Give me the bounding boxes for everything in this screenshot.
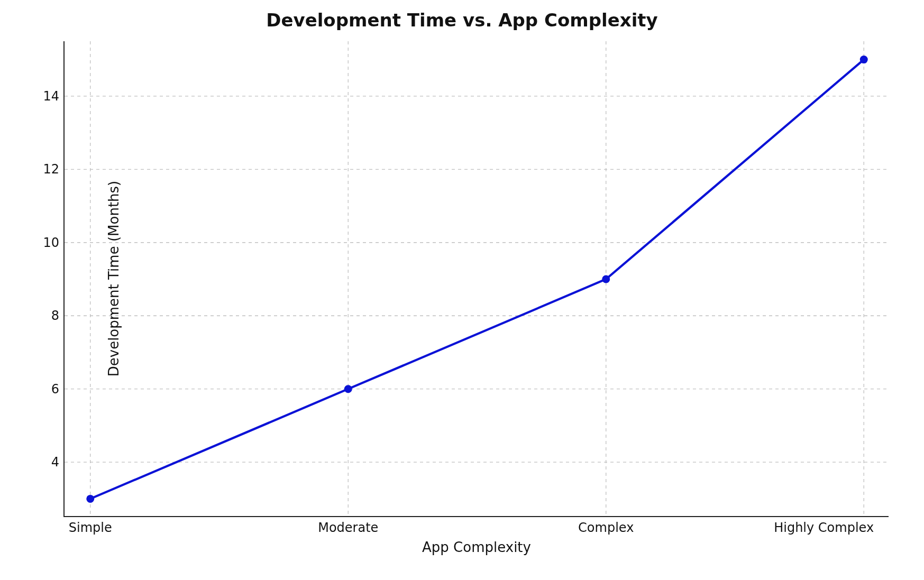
grid xyxy=(65,41,890,517)
data-point xyxy=(860,56,868,63)
data-point xyxy=(602,275,610,283)
y-tick-label: 6 xyxy=(51,382,65,397)
plot-area: Development Time (Months) App Complexity… xyxy=(63,41,889,517)
y-tick-label: 10 xyxy=(43,235,65,250)
data-point xyxy=(86,495,94,503)
y-tick-label: 12 xyxy=(43,162,65,177)
x-axis-label: App Complexity xyxy=(65,539,889,555)
y-tick-label: 4 xyxy=(51,455,65,469)
x-tick-label: Highly Complex xyxy=(774,516,874,535)
chart-svg xyxy=(65,41,890,517)
y-tick-label: 14 xyxy=(43,89,65,104)
x-tick-label: Simple xyxy=(69,516,112,535)
data-point xyxy=(344,385,352,393)
data-points-group xyxy=(86,56,868,503)
data-line xyxy=(90,60,864,499)
chart-container: Development Time vs. App Complexity Deve… xyxy=(0,0,924,580)
x-tick-label: Moderate xyxy=(318,516,378,535)
y-tick-label: 8 xyxy=(51,308,65,323)
chart-title: Development Time vs. App Complexity xyxy=(0,10,924,31)
x-tick-label: Complex xyxy=(578,516,634,535)
